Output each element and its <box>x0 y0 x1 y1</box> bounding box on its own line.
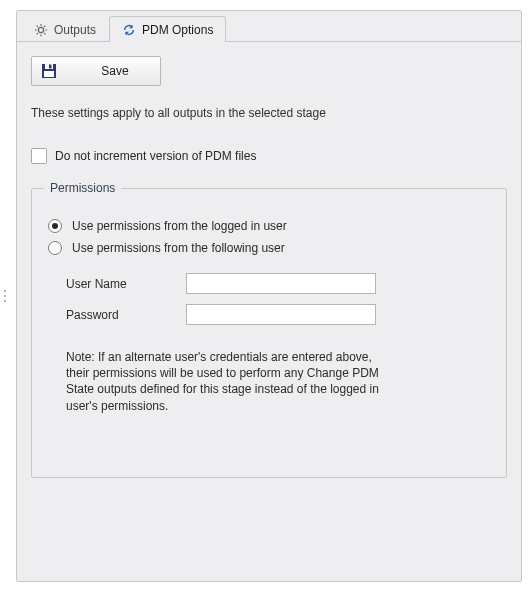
settings-description: These settings apply to all outputs in t… <box>31 106 507 120</box>
save-icon <box>40 62 58 80</box>
password-input[interactable] <box>186 304 376 325</box>
username-row: User Name <box>66 273 490 294</box>
checkbox-icon <box>31 148 47 164</box>
drag-handle[interactable] <box>4 290 6 302</box>
radio-logged-label: Use permissions from the logged in user <box>72 219 287 233</box>
password-row: Password <box>66 304 490 325</box>
permissions-group: Permissions Use permissions from the log… <box>31 188 507 478</box>
password-label: Password <box>66 308 186 322</box>
permissions-note: Note: If an alternate user's credentials… <box>66 349 386 414</box>
radio-icon <box>48 241 62 255</box>
tab-pdm-options-label: PDM Options <box>142 23 213 37</box>
radio-following-user[interactable]: Use permissions from the following user <box>48 241 490 255</box>
save-button-label: Save <box>78 64 152 78</box>
radio-logged-user[interactable]: Use permissions from the logged in user <box>48 219 490 233</box>
username-label: User Name <box>66 277 186 291</box>
panel-body: Save These settings apply to all outputs… <box>17 42 521 492</box>
gear-icon <box>34 23 48 37</box>
username-input[interactable] <box>186 273 376 294</box>
tab-outputs-label: Outputs <box>54 23 96 37</box>
panel-frame: Outputs PDM Options Save These settings … <box>16 10 522 582</box>
tab-pdm-options[interactable]: PDM Options <box>109 16 226 42</box>
save-button[interactable]: Save <box>31 56 161 86</box>
tab-outputs[interactable]: Outputs <box>21 16 109 42</box>
permissions-legend: Permissions <box>44 181 121 195</box>
radio-icon <box>48 219 62 233</box>
tab-bar: Outputs PDM Options <box>17 11 521 42</box>
svg-rect-3 <box>44 71 54 77</box>
radio-following-label: Use permissions from the following user <box>72 241 285 255</box>
no-increment-option[interactable]: Do not increment version of PDM files <box>31 148 507 164</box>
refresh-icon <box>122 23 136 37</box>
no-increment-label: Do not increment version of PDM files <box>55 149 256 163</box>
svg-rect-2 <box>49 65 52 69</box>
